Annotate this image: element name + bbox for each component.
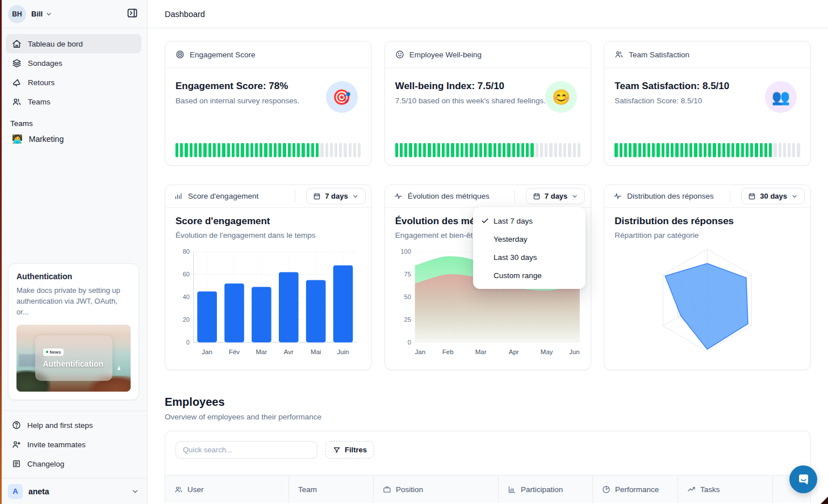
responses-radar-chart [614,240,800,363]
bar-chart-icon [508,485,516,494]
sidebar-item-dashboard[interactable]: Tableau de bord [6,34,141,53]
card-header: Distribution des réponses 30 days [604,185,810,208]
engagement-chart-card: Score d'engagement 7 days [165,184,372,370]
user-name[interactable]: Bill [31,10,43,18]
page-header: Dashboard [148,0,828,28]
svg-text:25: 25 [404,316,411,323]
technologist-emoji-icon: 🧑‍💻 [12,134,23,144]
card-header-label: Employee Well-being [409,51,482,59]
check-icon [481,217,494,225]
search-input[interactable] [175,441,317,459]
promo-title: Authentication [16,272,131,281]
date-range-label: 7 days [545,192,567,200]
svg-text:0: 0 [186,339,190,346]
menu-item-custom-range[interactable]: Custom range [473,266,586,284]
chevron-down-icon [791,193,798,200]
sidebar-item-label: Changelog [27,460,64,468]
calendar-icon [748,192,756,200]
svg-text:May: May [541,348,553,355]
card-header: Employee Well-being [385,41,591,68]
sidebar-team-marketing[interactable]: 🧑‍💻 Marketing [0,129,147,149]
date-range-button[interactable]: 7 days [526,188,585,204]
menu-item-yesterday[interactable]: Yesterday [473,230,586,248]
megaphone-icon [12,78,22,87]
svg-text:Apr: Apr [508,348,518,355]
workspace-switcher[interactable]: A aneta [0,478,147,504]
sidebar-item-label: Help and first steps [27,421,93,430]
chevron-down-icon [352,193,359,200]
sidebar-footer: Help and first steps Invite teammates Ch… [0,410,147,473]
column-header-tasks: Tasks [678,476,773,503]
activity-icon [394,192,403,200]
card-header-label: Score d'engagement [188,192,258,200]
promo-card-authentication[interactable]: Authentication Make docs private by sett… [8,263,139,400]
sidebar-item-changelog[interactable]: Changelog [6,454,141,473]
trend-icon [687,485,696,494]
sidebar-item-feedback[interactable]: Retours [6,73,141,92]
column-header-performance: Performance [593,476,678,503]
menu-item-last-30-days[interactable]: Last 30 days [473,248,586,266]
chevron-down-icon [571,193,578,200]
divider [515,190,515,203]
chevron-down-icon [131,488,139,495]
svg-text:0: 0 [407,339,411,346]
card-header-label: Distribution des réponses [627,192,713,200]
date-range-button[interactable]: 30 days [741,188,805,204]
layers-icon [12,58,22,68]
engagement-bar-chart: 020406080JanFévMarAvrMaiJuin [175,244,361,361]
chart-title: Distribution des réponses [614,216,800,227]
card-header: Team Satisfaction [604,41,810,68]
svg-text:Mai: Mai [311,348,321,355]
chat-bubble-icon [797,473,810,486]
svg-text:Feb: Feb [442,348,453,355]
card-header: Évolution des métriques 7 days [385,185,591,208]
menu-item-last-7-days[interactable]: Last 7 days [473,212,586,230]
column-header-team: Team [289,476,374,503]
filters-button[interactable]: Filtres [325,441,374,459]
engagement-score-card: Engagement Score Engagement Score: 78% B… [165,41,372,166]
sidebar-nav: Tableau de bord Sondages Retours Teams [0,28,147,111]
bar-chart-icon [174,192,183,200]
card-header-label: Team Satisfaction [629,51,689,59]
sidebar-item-invite[interactable]: Invite teammates [6,435,141,454]
sidebar-item-help[interactable]: Help and first steps [6,415,141,435]
users-icon [174,485,183,494]
column-header-position: Position [374,476,499,503]
card-header-label: Évolution des métriques [408,192,490,200]
svg-text:75: 75 [404,271,411,278]
sidebar-item-label: Sondages [28,59,62,68]
employees-title: Employees [165,396,811,409]
sidebar-item-label: Invite teammates [27,440,86,449]
calendar-icon [313,192,321,200]
chart-title: Score d'engagement [175,216,361,227]
users-icon [12,97,22,107]
busts-emoji-icon: 👥 [765,81,797,113]
sidebar-item-label: Tableau de bord [28,40,83,48]
page-title: Dashboard [165,10,205,19]
table-toolbar: Filtres [165,431,810,459]
responses-distribution-card: Distribution des réponses 30 days [604,184,811,370]
svg-text:Mar: Mar [256,348,267,355]
chat-launcher-button[interactable] [789,465,817,493]
sidebar-collapse-button[interactable] [124,5,140,23]
svg-text:80: 80 [183,248,190,255]
newspaper-icon [12,459,21,468]
avatar: BH [8,5,26,23]
svg-text:Jun: Jun [569,348,580,355]
desktop-corner [821,497,828,504]
funnel-icon [333,446,341,454]
card-header: Score d'engagement 7 days [165,185,371,208]
chevron-down-icon[interactable] [45,11,52,18]
home-icon [12,39,22,49]
promo-description: Make docs private by setting up authenti… [16,285,131,318]
date-range-menu: Last 7 days Yesterday Last 30 days Custo… [473,207,586,289]
briefcase-icon [383,485,391,494]
date-range-button[interactable]: 7 days [306,188,365,204]
sidebar-item-surveys[interactable]: Sondages [6,53,141,73]
activity-icon [613,192,622,200]
smiley-icon [395,50,404,59]
sidebar-item-teams[interactable]: Teams [6,92,141,111]
sidebar-item-label: Retours [28,78,55,87]
sidebar: BH Bill Tableau de bord [0,0,148,504]
sidebar-section-teams: Teams [0,111,147,129]
